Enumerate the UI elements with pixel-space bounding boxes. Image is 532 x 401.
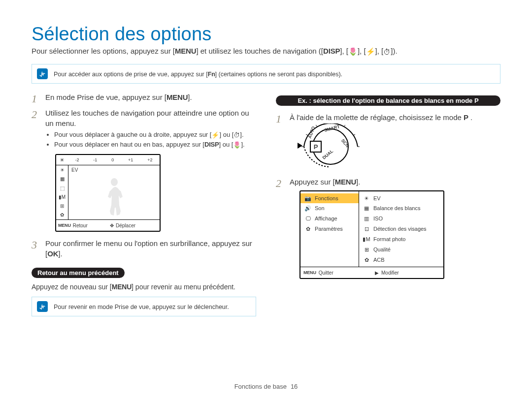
modify-label: Modifier [381, 270, 399, 277]
move-label: Déplacer [116, 222, 135, 229]
t: Son [315, 205, 325, 212]
t: ] pour revenir au menu précédent. [132, 283, 235, 291]
t: -2 [75, 157, 79, 163]
step-2: Utilisez les touches de navigation pour … [32, 108, 256, 232]
quit-label: Quitter [319, 270, 333, 277]
ok-key: OK [47, 249, 58, 258]
t: 0 [111, 157, 114, 163]
right-column: Ex. : sélection de l'option de balance d… [276, 93, 500, 325]
dial-pointer-icon [298, 143, 302, 149]
ex-step-1: À l'aide de la molette de réglage, chois… [276, 113, 500, 170]
menu-items: ☀EV ▦Balance des blancs ▥ISO ⊡Détection … [359, 191, 443, 267]
fn-key: Fn [208, 71, 215, 78]
quality-icon: ⊞ [363, 246, 370, 253]
ev-icon: ☀ [363, 195, 370, 202]
t: +1 [128, 157, 133, 163]
t: Format photo [373, 236, 405, 243]
acb-row-icon: ✿ [60, 212, 64, 218]
size-row-icon: ▮M [59, 194, 66, 201]
t: Qualité [373, 246, 391, 253]
ev-scale: -2 -1 0 +1 +2 [68, 157, 160, 163]
note-icon [37, 301, 48, 312]
iso-row-icon: ⬚ [60, 185, 65, 192]
quality-row-icon: ⊞ [60, 203, 64, 210]
dial-mode-p: P [310, 141, 322, 153]
preview-area: EV [68, 165, 160, 219]
bullet-lr: Pour vous déplacer à gauche ou à droite,… [54, 130, 256, 139]
back-label: Retour [73, 222, 88, 229]
t: -1 [93, 157, 97, 163]
step-1: En mode Prise de vue, appuyez sur [MENU]… [32, 93, 256, 102]
acb-icon: ✿ [363, 256, 370, 264]
t: ]. [188, 93, 192, 101]
left-column: En mode Prise de vue, appuyez sur [MENU]… [32, 93, 256, 325]
example-pill: Ex. : sélection de l'option de balance d… [276, 95, 500, 106]
info-box-fn: Pour accéder aux options de prise de vue… [32, 64, 500, 84]
t: Pour vous déplacer à gauche ou à droite,… [54, 131, 211, 138]
t: Pour vous déplacer en haut ou en bas, ap… [54, 141, 204, 148]
t: Appuyez de nouveau sur [ [32, 283, 112, 291]
t: ]. [58, 249, 62, 258]
t: . [468, 113, 472, 122]
macro-icon: 🌷 [233, 141, 241, 150]
t: Fonctions [315, 195, 338, 202]
subject-silhouette-icon [102, 175, 126, 219]
item-acb: ✿ACB [359, 255, 443, 265]
t: Appuyez sur [ [290, 178, 335, 186]
t: ]). [391, 47, 397, 55]
t: ]. [241, 141, 244, 148]
tab-affichage: 🖵Affichage [300, 214, 359, 224]
info-box-shutter: Pour revenir en mode Prise de vue, appuy… [32, 297, 256, 316]
t: Détection des visages [373, 225, 427, 233]
iso-icon: ▥ [363, 215, 370, 222]
camera-screen-menu: 📷Fonctions 🔊Son 🖵Affichage ✿Paramètres ☀… [299, 190, 444, 279]
t: ] ou [ [219, 141, 233, 148]
timer-icon: ⏱ [233, 131, 240, 140]
gear-icon: ✿ [304, 225, 311, 233]
nav-icon: ✥ [110, 222, 114, 229]
item-size: ▮MFormat photo [359, 234, 443, 245]
camera-screen-ev: ☀ -2 -1 0 +1 +2 ☀ ▦ ⬚ [55, 154, 161, 232]
footer-label: Fonctions de base [234, 383, 287, 390]
tab-son: 🔊Son [300, 203, 359, 214]
t: EV [373, 195, 381, 202]
display-icon: 🖵 [304, 215, 311, 222]
arrow-right-icon: ▶ [375, 270, 379, 277]
t: Balance des blancs [373, 205, 420, 212]
t: ] et utilisez les touches de navigation … [196, 47, 323, 55]
wb-icon: ▦ [363, 205, 370, 212]
item-iso: ▥ISO [359, 214, 443, 224]
t: ] ou [ [219, 131, 233, 138]
step-3: Pour confirmer le menu ou l'option en su… [32, 239, 256, 259]
t: ] (certaines options ne seront pas dispo… [215, 71, 342, 78]
item-ev: ☀EV [359, 193, 443, 204]
t: ], [ [375, 47, 384, 55]
t: Pour confirmer le menu ou l'option en su… [45, 239, 252, 257]
menu-tabs: 📷Fonctions 🔊Son 🖵Affichage ✿Paramètres [300, 191, 359, 267]
menu-key: MENU [166, 93, 188, 101]
t: ], [ [340, 47, 348, 55]
t: ]. [356, 178, 360, 186]
t: +2 [147, 157, 152, 163]
macro-icon: 🌷 [348, 47, 358, 56]
menu-key: MENU [175, 47, 196, 55]
svg-line-5 [316, 125, 317, 126]
page-number: 16 [291, 383, 298, 390]
t: Affichage [315, 215, 337, 222]
disp-key: DISP [204, 141, 219, 148]
t: En mode Prise de vue, appuyez sur [ [45, 93, 166, 101]
retour-note: Appuyez de nouveau sur [MENU] pour reven… [32, 283, 256, 291]
item-wb: ▦Balance des blancs [359, 203, 443, 214]
menu-key: MENU [303, 270, 316, 276]
face-icon: ⊡ [363, 225, 370, 233]
t: ISO [373, 215, 383, 222]
disp-key: DISP [323, 47, 340, 55]
t: Pour accéder aux options de prise de vue… [54, 71, 208, 78]
mode-dial: P AUTO SMART SCN DUAL [295, 123, 368, 170]
ev-icon: ☀ [56, 156, 68, 164]
t: ], [ [358, 47, 366, 55]
item-quality: ⊞Qualité [359, 245, 443, 255]
ex-step-2: Appuyez sur [MENU]. 📷Fonctions 🔊Son 🖵Aff… [276, 177, 500, 279]
t: ]. [240, 131, 243, 138]
note-icon [37, 68, 48, 79]
